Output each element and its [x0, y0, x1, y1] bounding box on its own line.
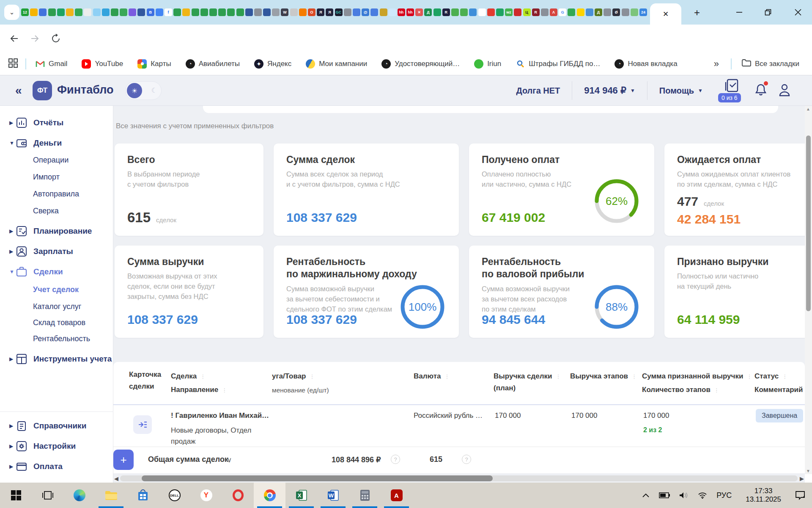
- tab-favicon[interactable]: [460, 8, 468, 16]
- tab-favicon[interactable]: [290, 8, 298, 16]
- tab-favicon[interactable]: [370, 8, 378, 16]
- start-button[interactable]: [0, 483, 32, 508]
- window-minimize-button[interactable]: [733, 6, 746, 19]
- table-row[interactable]: ! Гавриленко Иван Михай… Новые договоры,…: [113, 405, 805, 447]
- all-bookmarks[interactable]: Все закладки: [742, 59, 799, 69]
- add-deal-button[interactable]: +: [113, 450, 134, 470]
- column-menu-icon[interactable]: ⋮: [714, 387, 719, 393]
- taskbar-excel[interactable]: X: [285, 483, 317, 508]
- vertical-scrollbar[interactable]: ▲ ▼: [805, 106, 812, 474]
- debt-status[interactable]: Долга НЕТ: [516, 86, 560, 96]
- forward-button[interactable]: [26, 30, 43, 47]
- tab-favicon[interactable]: [57, 8, 65, 16]
- tab-favicon[interactable]: [173, 8, 181, 16]
- expand-arrow-icon[interactable]: ▶: [9, 356, 14, 362]
- onboarding-checklist-button[interactable]: 0 из 6: [720, 75, 743, 106]
- tab-favicon[interactable]: [577, 8, 584, 16]
- taskbar-explorer[interactable]: [95, 483, 127, 508]
- tab-favicon[interactable]: [622, 8, 629, 16]
- total-caret-icon[interactable]: ∨: [227, 456, 232, 464]
- tab-favicon[interactable]: [380, 8, 387, 16]
- balance-caret-icon[interactable]: ▼: [630, 88, 635, 94]
- taskbar-opera[interactable]: [222, 483, 254, 508]
- tab-favicon[interactable]: [514, 8, 521, 16]
- bookmark-yandex[interactable]: ✦Яндекс: [254, 59, 291, 69]
- taskbar-dell[interactable]: DELL: [159, 483, 190, 508]
- notification-center-icon[interactable]: [795, 491, 805, 500]
- vertical-scroll-thumb[interactable]: [806, 135, 811, 311]
- tab-favicon[interactable]: ✕: [415, 8, 423, 16]
- sidebar-item-accounting-tools[interactable]: ▶ Инструменты учета: [0, 351, 113, 367]
- sidebar-item-autorules[interactable]: Автоправила: [0, 185, 113, 202]
- column-menu-icon[interactable]: ⋮: [222, 387, 227, 393]
- tab-favicon[interactable]: [218, 8, 226, 16]
- tab-favicon[interactable]: [631, 8, 638, 16]
- task-view-button[interactable]: [32, 483, 63, 508]
- taskbar-edge[interactable]: [63, 483, 95, 508]
- sidebar-item-salary[interactable]: ▶ Зарплаты: [0, 243, 113, 260]
- tab-favicon[interactable]: Ø: [612, 8, 620, 16]
- tab-favicon[interactable]: [48, 8, 56, 16]
- volume-icon[interactable]: [679, 492, 689, 499]
- deal-card-button[interactable]: [133, 415, 152, 434]
- tab-favicon[interactable]: [182, 8, 190, 16]
- tab-favicon[interactable]: [102, 8, 110, 16]
- tab-favicon[interactable]: [451, 8, 459, 16]
- column-menu-icon[interactable]: ⋮: [555, 373, 561, 380]
- active-tab[interactable]: ✕: [650, 3, 681, 25]
- tab-favicon[interactable]: [245, 8, 253, 16]
- tab-favicon[interactable]: hh: [398, 8, 405, 16]
- total-label[interactable]: Общая сумма сделок: [148, 455, 228, 464]
- sidebar-item-directories[interactable]: ▶ Справочники: [0, 417, 113, 434]
- bookmark-youtube[interactable]: YouTube: [82, 59, 123, 69]
- tab-favicon[interactable]: 12: [21, 8, 29, 16]
- tab-favicon[interactable]: [433, 8, 441, 16]
- sidebar-item-deals[interactable]: ▼ Сделки: [0, 263, 113, 280]
- tray-expand-icon[interactable]: [642, 493, 650, 498]
- scroll-left-icon[interactable]: ◀: [114, 475, 118, 482]
- sidebar-item-planning[interactable]: ▶ Планирование: [0, 223, 113, 240]
- tab-favicon[interactable]: [111, 8, 118, 16]
- fintablo-logo[interactable]: ФТ: [33, 81, 52, 100]
- light-theme-icon[interactable]: ☀: [127, 83, 142, 98]
- tab-favicon[interactable]: [156, 8, 163, 16]
- sidebar-item-money[interactable]: ▼ Деньги: [0, 135, 113, 152]
- scroll-down-icon[interactable]: ▼: [806, 469, 810, 473]
- status-badge[interactable]: Завершена: [756, 409, 803, 422]
- tab-favicon[interactable]: [84, 8, 91, 16]
- tab-favicon[interactable]: [200, 8, 208, 16]
- column-menu-icon[interactable]: ⋮: [309, 373, 315, 380]
- tab-favicon[interactable]: [299, 8, 307, 16]
- tab-favicon[interactable]: [604, 8, 611, 16]
- sidebar-item-profitability[interactable]: Рентабельность: [0, 330, 113, 347]
- tab-favicon[interactable]: [389, 8, 396, 16]
- tab-favicon[interactable]: R: [532, 8, 540, 16]
- expand-arrow-icon[interactable]: ▶: [9, 423, 14, 429]
- bookmark-iriun[interactable]: Iriun: [474, 59, 501, 69]
- help-caret-icon[interactable]: ▼: [698, 88, 703, 94]
- window-restore-button[interactable]: [762, 6, 774, 19]
- help-menu[interactable]: Помощь: [659, 86, 694, 96]
- tab-favicon[interactable]: [137, 8, 145, 16]
- taskbar-acrobat[interactable]: A: [381, 483, 412, 508]
- tab-favicon[interactable]: hh: [406, 8, 414, 16]
- tab-favicon[interactable]: [541, 8, 549, 16]
- bookmark-gmail[interactable]: Gmail: [36, 59, 67, 69]
- column-menu-icon[interactable]: ⋮: [444, 373, 450, 380]
- sidebar-item-operations[interactable]: Операции: [0, 152, 113, 168]
- tab-favicon[interactable]: [344, 8, 351, 16]
- taskbar-store[interactable]: [127, 483, 159, 508]
- tab-favicon[interactable]: G: [559, 8, 566, 16]
- tab-favicon[interactable]: Ц: [523, 8, 531, 16]
- tab-close-icon[interactable]: ✕: [663, 10, 669, 19]
- tab-favicon[interactable]: [192, 8, 199, 16]
- expand-arrow-icon[interactable]: ▶: [9, 443, 14, 449]
- sidebar-item-settings[interactable]: ▶ Настройки: [0, 438, 113, 455]
- tab-favicon[interactable]: Я: [326, 8, 333, 16]
- notifications-button[interactable]: [754, 83, 767, 98]
- taskbar-word[interactable]: W: [317, 483, 349, 508]
- tab-favicon[interactable]: [272, 8, 280, 16]
- tab-favicon[interactable]: Д: [424, 8, 432, 16]
- tab-favicon[interactable]: R: [442, 8, 450, 16]
- back-button[interactable]: [6, 30, 23, 47]
